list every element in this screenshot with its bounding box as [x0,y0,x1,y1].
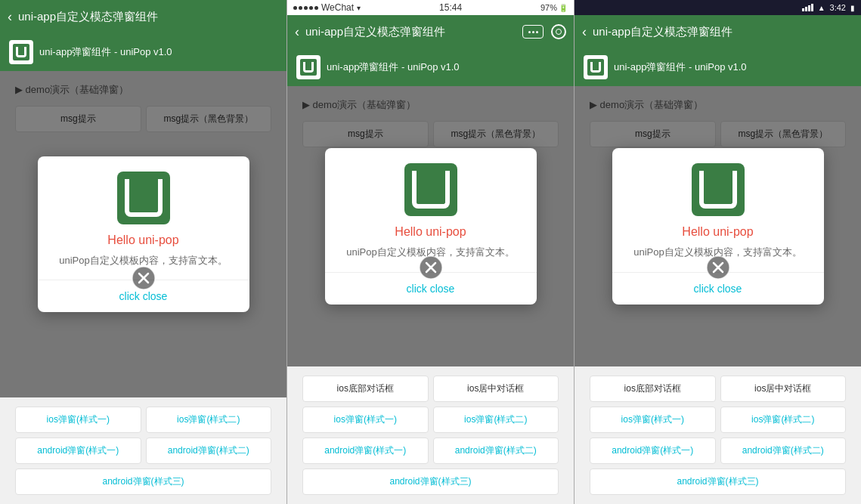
right-nav-title: uni-app自定义模态弹窗组件 [593,25,853,39]
right-bottom-btns: ios底部对话框 ios居中对话框 ios弹窗(样式一) ios弹窗(样式二) … [575,366,861,504]
right-close-overlay[interactable] [706,255,730,283]
middle-ios-bottom[interactable]: ios底部对话框 [302,376,429,402]
right-ios-btn1[interactable]: ios弹窗(样式一) [590,407,716,433]
left-close-overlay[interactable] [132,266,156,293]
middle-bottom-btns: ios底部对话框 ios居中对话框 ios弹窗(样式一) ios弹窗(样式二) … [287,366,574,504]
middle-close-overlay[interactable] [419,255,443,283]
right-app-logo [584,55,608,79]
left-back-icon[interactable]: ‹ [8,9,12,25]
right-status-bar: ▲ 3:42 ▮ [575,0,861,15]
right-logo-u [590,62,601,73]
right-panel: ▲ 3:42 ▮ ‹ uni-app自定义模态弹窗组件 uni-app弹窗组件 … [575,0,861,504]
nd1 [528,31,531,33]
left-android-btn2[interactable]: android弹窗(样式二) [146,438,272,464]
right-app-header: uni-app弹窗组件 - uniPop v1.0 [575,48,861,86]
right-modal-logo-inner [699,171,737,209]
left-app-logo [9,40,33,64]
left-android-btn3[interactable]: android弹窗(样式三) [15,468,271,495]
dot-1 [293,6,297,10]
right-app-title: uni-app弹窗组件 - uniPop v1.0 [614,60,747,74]
middle-signal-dots [293,6,318,10]
middle-modal-hello: Hello uni-pop [395,225,466,239]
middle-status-bar: WeChat ▾ 15:44 97% 🔋 [287,0,574,15]
left-logo-u [16,47,26,57]
middle-modal-logo-inner [412,171,450,209]
right-nav-bar: ‹ uni-app自定义模态弹窗组件 [575,15,861,48]
dot-3 [304,6,308,10]
middle-battery: 97% [540,3,557,12]
left-modal-logo-inner [125,179,163,217]
right-bottom-grid: ios底部对话框 ios居中对话框 ios弹窗(样式一) ios弹窗(样式二) … [582,371,853,499]
right-ios-center[interactable]: ios居中对话框 [720,376,847,402]
right-battery-icon: ▮ [850,4,855,12]
middle-app-header: uni-app弹窗组件 - uniPop v1.0 [287,48,574,86]
left-bottom-btns: ios弹窗(样式一) ios弹窗(样式二) android弹窗(样式一) and… [0,397,286,504]
middle-app-logo [296,55,321,79]
left-nav-bar: ‹ uni-app自定义模态弹窗组件 [0,0,286,33]
nd2 [532,31,534,33]
right-logo-inner [587,59,604,76]
left-ios-btn2[interactable]: ios弹窗(样式二) [146,407,272,433]
middle-battery-icon: 🔋 [559,4,568,12]
middle-logo-u [303,62,314,73]
right-android-btn3[interactable]: android弹窗(样式三) [590,468,846,495]
bar4 [811,4,813,11]
middle-wifi-icon: ▾ [357,4,361,12]
left-modal-hello: Hello uni-pop [107,233,178,247]
right-ios-btn2[interactable]: ios弹窗(样式二) [720,407,847,433]
right-android-btn1[interactable]: android弹窗(样式一) [590,438,716,464]
left-app-title: uni-app弹窗组件 - uniPop v1.0 [39,45,172,59]
middle-ios-btn2[interactable]: ios弹窗(样式二) [433,407,559,433]
middle-back-icon[interactable]: ‹ [295,24,299,40]
middle-bottom-grid: ios底部对话框 ios居中对话框 ios弹窗(样式一) ios弹窗(样式二) … [295,371,566,499]
middle-logo-inner [300,59,317,76]
middle-android-btn3[interactable]: android弹窗(样式三) [302,468,559,495]
left-android-btn1[interactable]: android弹窗(样式一) [15,438,141,464]
middle-modal-body: Hello uni-pop uniPop自定义模板内容，支持富文本。 [325,148,537,272]
middle-android-btn1[interactable]: android弹窗(样式一) [302,438,429,464]
right-signal [802,4,813,11]
middle-panel: WeChat ▾ 15:44 97% 🔋 ‹ uni-app自定义模态弹窗组件 [287,0,575,504]
middle-modal-close-btn[interactable]: click close [407,283,455,295]
right-modal-hello: Hello uni-pop [682,225,753,239]
middle-nav-circle-inner [556,29,562,35]
dot-5 [314,6,318,10]
bar3 [808,5,810,11]
right-time: 3:42 [830,3,846,12]
right-back-icon[interactable]: ‹ [582,24,587,40]
left-modal-overlay: Hello uni-pop uniPop自定义模板内容，支持富文本。 click… [0,71,286,397]
right-ios-bottom[interactable]: ios底部对话框 [590,376,716,402]
dot-4 [309,6,313,10]
middle-ios-center[interactable]: ios居中对话框 [433,376,559,402]
right-modal-body: Hello uni-pop uniPop自定义模板内容，支持富文本。 [612,148,824,272]
middle-time: 15:44 [439,2,462,13]
left-ios-btn1[interactable]: ios弹窗(样式一) [15,407,141,433]
left-modal-body: Hello uni-pop uniPop自定义模板内容，支持富文本。 [38,156,249,280]
middle-nav-dots-btn[interactable] [522,25,544,39]
left-panel: ‹ uni-app自定义模态弹窗组件 uni-app弹窗组件 - uniPop … [0,0,287,504]
middle-modal-logo [404,163,457,216]
left-content: ▶ demo演示（基础弹窗） msg提示 msg提示（黑色背景） Hello u… [0,71,286,397]
bar1 [802,8,804,11]
middle-content: ▶ demo演示（基础弹窗） msg提示 msg提示（黑色背景） Hello u… [287,86,574,366]
middle-wechat-label: WeChat [321,2,354,13]
right-modal-close-btn[interactable]: click close [694,283,742,295]
bar2 [805,7,807,11]
left-nav-title: uni-app自定义模态弹窗组件 [18,10,279,24]
left-modal-logo [117,172,170,224]
middle-android-btn2[interactable]: android弹窗(样式二) [433,438,559,464]
dot-2 [299,6,302,10]
right-content: ▶ demo演示（基础弹窗） msg提示 msg提示（黑色背景） Hello u… [575,86,861,366]
middle-nav-circle-btn[interactable] [551,24,566,39]
middle-nav-bar: ‹ uni-app自定义模态弹窗组件 [287,15,574,48]
middle-ios-btn1[interactable]: ios弹窗(样式一) [302,407,429,433]
middle-nav-title: uni-app自定义模态弹窗组件 [305,25,522,39]
middle-modal-overlay: Hello uni-pop uniPop自定义模板内容，支持富文本。 click… [287,86,574,366]
nd3 [536,31,538,33]
right-wifi-icon: ▲ [818,4,825,12]
left-logo-inner [13,44,29,60]
middle-app-title: uni-app弹窗组件 - uniPop v1.0 [327,60,460,74]
right-modal-logo [692,163,745,216]
right-android-btn2[interactable]: android弹窗(样式二) [720,438,847,464]
right-modal-overlay: Hello uni-pop uniPop自定义模板内容，支持富文本。 click… [575,86,861,366]
